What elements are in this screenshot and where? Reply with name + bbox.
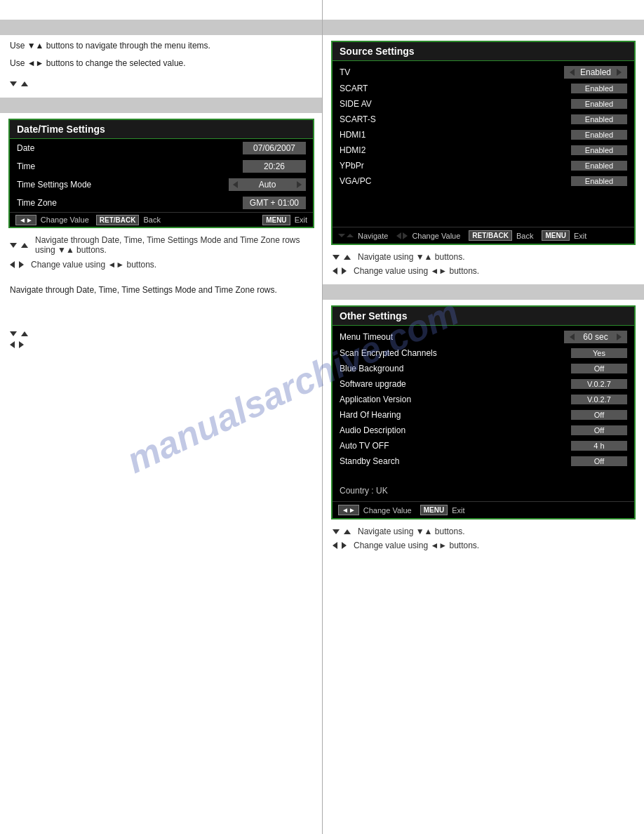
left-column: Use ▼▲ buttons to navigate through the m… <box>0 0 323 834</box>
other-label-audio: Audio Description <box>340 425 405 435</box>
rnav1-down <box>333 255 340 260</box>
source-label-scarts: SCART-S <box>340 114 376 124</box>
other-label-software: Software upgrade <box>340 379 406 389</box>
source-row-hdmi1: HDMI1 Enabled <box>333 127 634 143</box>
other-label-appver: Application Version <box>340 395 411 404</box>
nav-up-icon <box>21 81 28 86</box>
rnav4-right <box>342 542 347 549</box>
nav-down-icon <box>10 81 17 86</box>
source-lr-left <box>396 232 401 239</box>
datetime-footer-back: RET/BACK Back <box>96 216 161 224</box>
datetime-footer: ◄► Change Value RET/BACK Back MENU Exit <box>10 212 313 227</box>
source-back-key: RET/BACK <box>469 230 512 241</box>
other-row-timeout: Menu Timeout 60 sec <box>333 329 634 345</box>
datetime-footer-left: ◄► Change Value RET/BACK Back <box>15 216 161 224</box>
source-row-scart: SCART Enabled <box>333 81 634 96</box>
menu-exit-label: Exit <box>295 216 307 224</box>
column-divider <box>322 0 323 834</box>
other-value-hearing: Off <box>571 410 627 420</box>
source-row-scarts: SCART-S Enabled <box>333 112 634 127</box>
source-navigate-label: Navigate <box>358 232 388 240</box>
source-settings-body: TV Enabled SCART Enabled SIDE AV Enabled… <box>333 61 634 227</box>
rnav1-up <box>344 255 351 260</box>
other-settings-title: Other Settings <box>333 307 634 326</box>
other-label-autotvoff: Auto TV OFF <box>340 441 389 451</box>
source-value-sideav: Enabled <box>571 99 627 109</box>
source-lr-icon <box>396 232 408 239</box>
timeout-value-text: 60 sec <box>583 332 608 342</box>
source-value-tv: Enabled <box>564 66 627 79</box>
back-label: Back <box>144 216 161 224</box>
nav3-left-icon <box>10 261 15 268</box>
other-label-standby: Standby Search <box>340 456 399 466</box>
other-row-appver: Application Version V.0.2.7 <box>333 392 634 407</box>
change-label: Change Value <box>41 216 89 224</box>
datetime-footer-change: ◄► Change Value <box>15 216 89 224</box>
source-label-hdmi1: HDMI1 <box>340 130 365 140</box>
right-column: Source Settings TV Enabled SCART Enabled… <box>323 0 644 834</box>
nav3-right-icon <box>19 261 24 268</box>
right-nav-block-1: Navigate using ▼▲ buttons. Change value … <box>323 251 644 280</box>
tv-value-text: Enabled <box>580 67 611 77</box>
rnav2-text: Change value using ◄► buttons. <box>354 266 479 276</box>
datetime-row-timezone: Time Zone GMT + 01:00 <box>10 194 313 212</box>
other-row-autotvoff: Auto TV OFF 4 h <box>333 438 634 454</box>
right-nav-line-1: Navigate using ▼▲ buttons. <box>333 252 634 262</box>
nav-line-down-up <box>10 81 313 86</box>
other-value-software: V.0.2.7 <box>571 379 627 389</box>
left-nav-block-2: Navigate through Date, Time, Time Settin… <box>0 234 323 274</box>
other-footer-change: ◄► Change Value <box>338 505 412 515</box>
datetime-label-mode: Time Settings Mode <box>17 180 91 190</box>
source-label-tv: TV <box>340 67 350 77</box>
datetime-footer-exit: MENU Exit <box>262 216 307 224</box>
source-row-vgapc: VGA/PC Enabled <box>333 173 634 189</box>
left-text-block-2: Navigate through Date, Time, Time Settin… <box>0 279 323 301</box>
datetime-footer-right: MENU Exit <box>262 216 307 224</box>
rnav3-down <box>333 529 340 534</box>
other-value-standby: Off <box>571 456 627 466</box>
other-row-encrypted: Scan Encrypted Channels Yes <box>333 345 634 361</box>
source-value-hdmi1: Enabled <box>571 130 627 140</box>
tv-right-icon <box>617 69 622 76</box>
source-label-sideav: SIDE AV <box>340 99 372 109</box>
datetime-panel: Date/Time Settings Date 07/06/2007 Time … <box>8 119 314 228</box>
menu-key: MENU <box>262 215 290 225</box>
datetime-label-time: Time <box>17 161 35 171</box>
right-gray-bar-top <box>323 20 644 35</box>
back-key: RET/BACK <box>96 215 140 225</box>
other-value-autotvoff: 4 h <box>571 441 627 451</box>
nav4-up-icon <box>21 331 28 336</box>
other-settings-panel: Other Settings Menu Timeout 60 sec Scan … <box>331 305 636 519</box>
other-footer-exit: MENU Exit <box>420 505 465 515</box>
source-label-hdmi2: HDMI2 <box>340 145 365 155</box>
source-spacer <box>333 189 634 224</box>
other-row-standby: Standby Search Off <box>333 454 634 469</box>
left-gray-bar-1 <box>0 20 323 35</box>
mode-right-icon <box>297 181 302 188</box>
other-row-hearing: Hard Of Hearing Off <box>333 407 634 423</box>
nav-icon-group <box>338 234 354 237</box>
other-value-audio: Off <box>571 425 627 435</box>
other-label-encrypted: Scan Encrypted Channels <box>340 348 437 358</box>
nav5-left-icon <box>10 341 15 348</box>
other-row-audio: Audio Description Off <box>333 423 634 438</box>
source-value-scarts: Enabled <box>571 114 627 124</box>
rnav3-text: Navigate using ▼▲ buttons. <box>358 527 465 536</box>
nav-line-4 <box>10 331 313 336</box>
right-nav-line-2: Change value using ◄► buttons. <box>333 266 634 276</box>
source-back-label: Back <box>516 232 533 240</box>
right-nav-line-4: Change value using ◄► buttons. <box>333 541 634 550</box>
tv-left-icon <box>570 69 575 76</box>
source-footer-navigate: Navigate <box>338 232 388 240</box>
rnav1-text: Navigate using ▼▲ buttons. <box>358 252 465 262</box>
nav-line-2: Navigate through Date, Time, Time Settin… <box>10 235 313 255</box>
source-label-ypbpr: YPbPr <box>340 161 364 171</box>
datetime-row-time: Time 20:26 <box>10 157 313 176</box>
other-menu-key: MENU <box>420 505 448 515</box>
source-nav-up <box>347 234 354 237</box>
datetime-row-date: Date 07/06/2007 <box>10 139 313 157</box>
source-nav-down <box>338 234 345 237</box>
other-change-label: Change Value <box>363 506 412 515</box>
source-footer-back: RET/BACK Back <box>469 230 533 241</box>
datetime-value-timezone: GMT + 01:00 <box>243 197 306 209</box>
